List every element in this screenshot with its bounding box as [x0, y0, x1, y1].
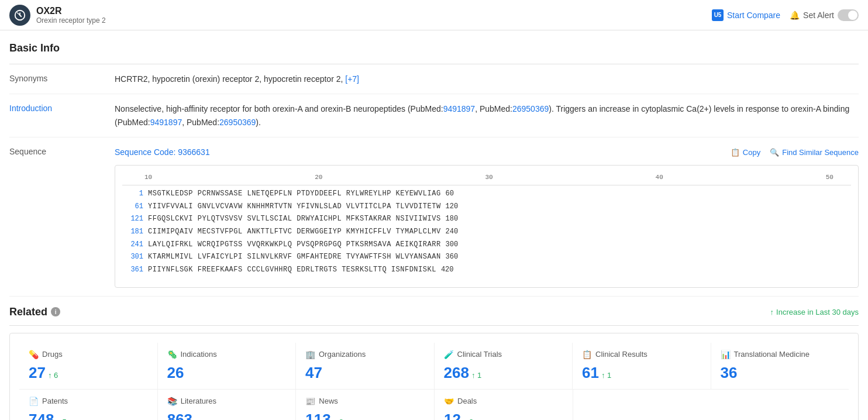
patents-label: Patents: [42, 397, 68, 405]
literatures-label: Literatures: [181, 397, 216, 405]
deals-label: Deals: [457, 397, 477, 405]
patents-count: 748 ↑ 5: [29, 411, 148, 420]
drugs-header: 💊 Drugs: [29, 350, 148, 359]
related-item-drugs[interactable]: 💊 Drugs 27 ↑ 6: [19, 343, 158, 389]
patents-icon: 📄: [29, 397, 39, 406]
logo-icon: [9, 5, 30, 26]
news-count: 113 ↑ 8: [305, 411, 425, 420]
sequence-ruler: 10 20 30 40 50: [122, 173, 851, 186]
synonyms-more-link[interactable]: [+7]: [345, 74, 359, 84]
pubmed-link-3[interactable]: 9491897: [150, 118, 182, 127]
deals-icon: 🤝: [444, 397, 454, 406]
clinical-results-label: Clinical Results: [595, 350, 647, 359]
related-item-empty-1: [573, 390, 711, 420]
introduction-value: Nonselective, high-affinity receptor for…: [115, 102, 859, 129]
clinical-results-header: 📋 Clinical Results: [582, 350, 701, 359]
introduction-row: Introduction Nonselective, high-affinity…: [9, 94, 859, 137]
deals-header: 🤝 Deals: [444, 397, 563, 406]
clinical-results-count: 61 ↑ 1: [582, 364, 701, 382]
basic-info-title: Basic Info: [9, 30, 859, 64]
logo-text: OX2R Orexin receptor type 2: [36, 6, 106, 25]
related-item-clinical-trials[interactable]: 🧪 Clinical Trials 268 ↑ 1: [435, 343, 573, 389]
related-item-deals[interactable]: 🤝 Deals 12 ↑ 2: [435, 390, 573, 420]
translational-header: 📊 Translational Medicine: [721, 350, 840, 359]
translational-label: Translational Medicine: [734, 350, 810, 359]
indications-icon: 🦠: [167, 350, 177, 359]
translational-icon: 📊: [721, 350, 731, 359]
clinical-trials-header: 🧪 Clinical Trials: [444, 350, 563, 359]
related-info-icon[interactable]: i: [51, 307, 60, 316]
related-item-literatures[interactable]: 📚 Literatures 863: [158, 390, 297, 420]
drugs-increase: ↑ 6: [48, 371, 58, 380]
seq-row-1: 1 MSGTKLEDSP PCRNWSSASE LNETQEPFLN PTDYD…: [122, 188, 851, 201]
pubmed-link-4[interactable]: 26950369: [219, 118, 256, 127]
main-content: Basic Info Synonyms HCRTR2, hypocretin (…: [0, 30, 868, 420]
clinical-results-icon: 📋: [582, 350, 592, 359]
seq-row-6: 301 KTARMLMIVL LVFAICYLPI SILNVLKRVF GMF…: [122, 251, 851, 264]
drugs-icon: 💊: [29, 350, 39, 359]
sequence-code: Sequence Code: 9366631: [115, 146, 210, 159]
related-header: Related i ↑ Increase in Last 30 days: [9, 297, 859, 326]
header: OX2R Orexin receptor type 2 U5 Start Com…: [0, 0, 868, 30]
related-item-indications[interactable]: 🦠 Indications 26: [158, 343, 297, 389]
set-alert: 🔔 Set Alert: [790, 9, 859, 21]
indications-count: 26: [167, 364, 287, 382]
pubmed-link-1[interactable]: 9491897: [443, 104, 476, 113]
related-item-translational[interactable]: 📊 Translational Medicine 36: [711, 343, 849, 389]
find-similar-button[interactable]: 🔍 Find Similar Sequence: [770, 148, 859, 157]
patents-increase: ↑ 5: [56, 418, 66, 420]
indications-label: Indications: [181, 350, 217, 359]
synonyms-label: Synonyms: [9, 73, 115, 85]
organizations-label: Organizations: [319, 350, 366, 359]
synonyms-row: Synonyms HCRTR2, hypocretin (orexin) rec…: [9, 64, 859, 94]
news-label: News: [319, 397, 338, 405]
start-compare-button[interactable]: U5 Start Compare: [712, 9, 780, 21]
sequence-box[interactable]: 10 20 30 40 50 1 MSGTKLEDSP PCRNWSSASE L…: [115, 165, 859, 288]
related-item-clinical-results[interactable]: 📋 Clinical Results 61 ↑ 1: [573, 343, 711, 389]
sequence-header: Sequence Code: 9366631 📋 Copy 🔍 Find Sim…: [115, 146, 859, 159]
organizations-icon: 🏢: [305, 350, 315, 359]
logo-subtitle: Orexin receptor type 2: [36, 16, 106, 25]
header-actions: U5 Start Compare 🔔 Set Alert: [712, 9, 859, 21]
copy-icon: 📋: [731, 148, 740, 157]
set-alert-toggle[interactable]: [838, 9, 859, 21]
literatures-count: 863: [167, 411, 287, 420]
related-item-patents[interactable]: 📄 Patents 748 ↑ 5: [19, 390, 158, 420]
sequence-row: Sequence Sequence Code: 9366631 📋 Copy 🔍…: [9, 137, 859, 296]
start-compare-icon: U5: [712, 9, 724, 21]
news-increase: ↑ 8: [333, 418, 343, 420]
news-icon: 📰: [305, 397, 315, 406]
related-item-news[interactable]: 📰 News 113 ↑ 8: [296, 390, 435, 420]
translational-count: 36: [721, 364, 840, 382]
related-row-2: 📄 Patents 748 ↑ 5 📚 Literatures 863: [19, 389, 849, 420]
organizations-header: 🏢 Organizations: [305, 350, 425, 359]
pubmed-link-2[interactable]: 26950369: [512, 104, 549, 113]
clinical-trials-label: Clinical Trials: [457, 350, 502, 359]
related-item-organizations[interactable]: 🏢 Organizations 47: [296, 343, 435, 389]
literatures-header: 📚 Literatures: [167, 397, 287, 406]
clinical-results-increase: ↑ 1: [601, 371, 611, 380]
bell-icon: 🔔: [790, 11, 800, 20]
drugs-label: Drugs: [42, 350, 63, 359]
sequence-actions: 📋 Copy 🔍 Find Similar Sequence: [731, 148, 859, 157]
copy-button[interactable]: 📋 Copy: [731, 148, 760, 157]
seq-row-3: 121 FFGQSLCKVI PYLQTVSVSV SVLTLSCIAL DRW…: [122, 213, 851, 226]
sequence-label: Sequence: [9, 146, 115, 287]
news-header: 📰 News: [305, 397, 425, 406]
clinical-trials-count: 268 ↑ 1: [444, 364, 563, 382]
deals-increase: ↑ 2: [463, 418, 473, 420]
find-icon: 🔍: [770, 148, 779, 157]
sequence-value: Sequence Code: 9366631 📋 Copy 🔍 Find Sim…: [115, 146, 859, 287]
increase-label: ↑ Increase in Last 30 days: [770, 308, 859, 316]
clinical-trials-icon: 🧪: [444, 350, 454, 359]
seq-row-2: 61 YIIVFVVALI GNVLVCVAVW KNHHMRTVTN YFIV…: [122, 201, 851, 214]
drugs-count: 27 ↑ 6: [29, 364, 148, 382]
literatures-icon: 📚: [167, 397, 177, 406]
organizations-count: 47: [305, 364, 425, 382]
clinical-trials-increase: ↑ 1: [471, 371, 481, 380]
logo: OX2R Orexin receptor type 2: [9, 5, 106, 26]
seq-row-4: 181 CIIMIPQAIV MECSTVFPGL ANKTTLFTVC DER…: [122, 226, 851, 239]
related-grid: 💊 Drugs 27 ↑ 6 🦠 Indications 26: [9, 333, 859, 420]
introduction-label: Introduction: [9, 102, 115, 129]
related-title: Related i: [9, 306, 60, 318]
